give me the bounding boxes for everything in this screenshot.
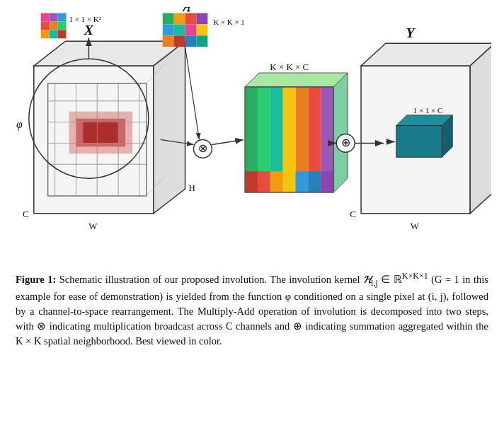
svg-rect-19 — [83, 122, 118, 144]
svg-line-80 — [212, 139, 244, 144]
svg-text:1 × 1 × K²: 1 × 1 × K² — [69, 15, 102, 23]
svg-text:W: W — [88, 221, 98, 231]
diagram-area: X C W H — [13, 7, 491, 262]
svg-rect-46 — [196, 13, 207, 25]
figure-label: Figure 1: — [16, 274, 56, 285]
svg-line-57 — [185, 47, 200, 139]
svg-text:Y: Y — [406, 25, 416, 40]
svg-text:φ: φ — [16, 118, 23, 131]
svg-rect-48 — [174, 24, 185, 35]
svg-rect-70 — [258, 171, 270, 192]
svg-rect-50 — [196, 24, 207, 35]
svg-marker-77 — [333, 73, 348, 192]
svg-rect-43 — [163, 13, 174, 25]
svg-rect-51 — [163, 35, 174, 47]
svg-text:𝓗: 𝓗 — [181, 7, 193, 13]
caption-text-1: Schematic illustration of our proposed i… — [59, 274, 363, 285]
figure-container: X C W H — [13, 7, 491, 349]
svg-rect-39 — [41, 30, 50, 38]
svg-rect-72 — [283, 171, 296, 192]
svg-text:K × K × C: K × K × C — [270, 62, 309, 72]
svg-rect-44 — [174, 13, 185, 25]
svg-text:1 × 1 × C: 1 × 1 × C — [413, 106, 442, 115]
svg-rect-35 — [58, 13, 67, 22]
svg-rect-40 — [50, 30, 58, 38]
figure-caption: Figure 1: Schematic illustration of our … — [13, 270, 491, 349]
caption-sub-ij: i,j — [371, 278, 378, 288]
caption-mid: indicating multiplication broadcast acro… — [46, 320, 292, 332]
svg-text:C: C — [23, 209, 29, 219]
svg-text:C: C — [350, 209, 356, 219]
svg-text:W: W — [411, 221, 420, 231]
svg-rect-36 — [41, 21, 50, 30]
svg-rect-41 — [58, 30, 67, 38]
svg-rect-37 — [50, 21, 58, 30]
svg-rect-45 — [185, 13, 197, 25]
caption-math-R: ∈ ℝK×K×1 — [378, 274, 428, 285]
svg-rect-49 — [185, 24, 197, 35]
svg-rect-69 — [245, 171, 258, 192]
svg-rect-33 — [41, 13, 50, 22]
svg-marker-2 — [154, 41, 185, 214]
caption-oplus: ⊕ — [293, 320, 302, 332]
caption-math-H: 𝓗 — [363, 274, 371, 285]
svg-text:X: X — [84, 22, 94, 37]
svg-rect-54 — [196, 35, 207, 47]
svg-rect-34 — [50, 13, 58, 22]
svg-text:⊗: ⊗ — [198, 142, 207, 154]
svg-marker-76 — [245, 73, 348, 87]
diagram-svg: X C W H — [13, 7, 491, 262]
svg-rect-74 — [309, 171, 321, 192]
svg-rect-38 — [58, 21, 67, 30]
svg-rect-71 — [270, 171, 283, 192]
caption-otimes: ⊗ — [37, 320, 46, 332]
svg-text:⊕: ⊕ — [341, 137, 350, 149]
svg-rect-52 — [174, 35, 185, 47]
svg-rect-53 — [185, 35, 197, 47]
svg-rect-47 — [163, 24, 174, 35]
svg-rect-75 — [321, 171, 333, 192]
svg-marker-85 — [361, 43, 491, 66]
svg-rect-91 — [396, 126, 442, 158]
svg-text:K × K × 1: K × K × 1 — [213, 18, 244, 26]
svg-marker-86 — [470, 43, 491, 214]
svg-rect-73 — [296, 171, 309, 192]
svg-text:H: H — [189, 182, 195, 193]
